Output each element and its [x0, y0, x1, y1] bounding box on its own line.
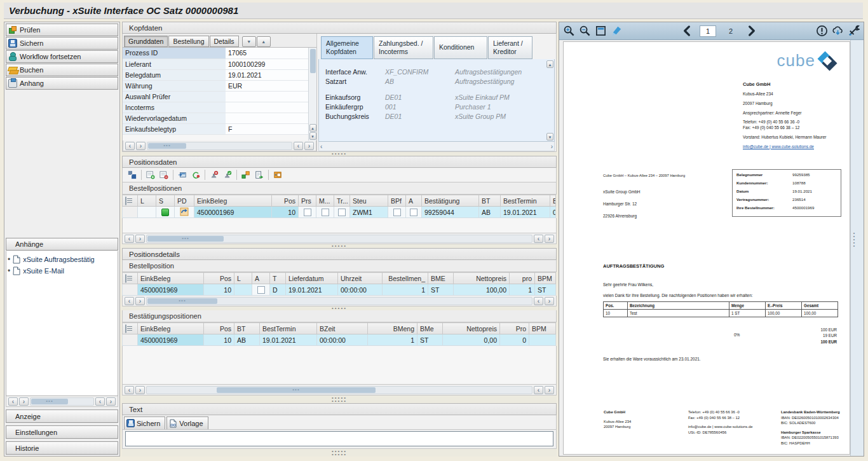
col-s[interactable]: S — [156, 195, 175, 207]
text-sichern-button[interactable]: Sichern — [124, 416, 165, 429]
anhang-button[interactable]: Anhang — [6, 77, 118, 90]
cell-pos[interactable]: 10 — [204, 334, 234, 346]
cell-bzeit[interactable]: 00:00:0 — [550, 207, 556, 218]
tab-lieferant-kreditor[interactable]: Lieferant / Kreditor — [488, 36, 532, 59]
scroll-up-icon[interactable]: ▲ — [546, 60, 553, 68]
cell-lieferdatum[interactable]: 19.01.2021 — [286, 284, 338, 296]
scroll-up-icon[interactable]: ▲ — [309, 124, 316, 132]
checkbox-icon[interactable] — [410, 209, 417, 216]
previous-page-icon[interactable] — [681, 25, 693, 37]
cell-bt[interactable]: AB — [234, 334, 260, 346]
cell-nettopreis[interactable]: 0,00 — [443, 334, 500, 346]
col-bt[interactable]: BT — [479, 195, 501, 207]
scroll-left-icon[interactable]: ‹ — [534, 297, 543, 305]
cell-bestaetigung[interactable]: 99259044 — [422, 207, 479, 218]
text-input[interactable] — [125, 431, 553, 446]
scroll-right-icon[interactable]: › — [106, 397, 116, 406]
kv-row-lieferant[interactable]: Lieferant1000100299 — [123, 58, 308, 69]
cell-status[interactable] — [156, 207, 175, 218]
scroll-right-icon[interactable]: › — [135, 297, 145, 305]
pruefen-button[interactable]: Prüfen — [6, 24, 118, 36]
col-einkbeleg[interactable]: EinkBeleg — [138, 323, 204, 334]
col-bme[interactable]: BMe — [417, 323, 443, 334]
forward-document-icon[interactable] — [254, 169, 265, 181]
cell-bzeit[interactable]: 00:00:00 — [317, 334, 368, 346]
scroll-right-icon[interactable]: › — [545, 386, 554, 394]
scroll-right-icon[interactable]: › — [545, 297, 554, 305]
col-einkbeleg[interactable]: EinkBeleg — [138, 273, 204, 284]
pane-splitter[interactable]: •••••••••• — [122, 396, 557, 403]
cell-bpm[interactable] — [529, 334, 556, 346]
buchen-button[interactable]: Buchen — [6, 64, 118, 76]
scroll-left-icon[interactable]: ‹ — [125, 235, 134, 243]
scroll-left-icon[interactable]: ‹ — [534, 235, 543, 243]
tab-details[interactable]: Details — [210, 36, 239, 47]
col-besttermin[interactable]: BestTermin — [501, 195, 550, 207]
tab-bestellung[interactable]: Bestellung — [168, 36, 208, 47]
scroll-left-icon[interactable]: ‹ — [125, 297, 134, 305]
col-l[interactable]: L — [138, 195, 156, 207]
col-bmeng[interactable]: BMeng — [368, 323, 417, 334]
attachment-item-auftragsbestaetigung[interactable]: • xSuite Auftragsbestätig — [8, 255, 116, 264]
warning-info-icon[interactable] — [816, 25, 828, 37]
select-all-header[interactable] — [123, 273, 138, 284]
scroll-right-icon[interactable]: › — [19, 397, 29, 406]
kv-row-auswahl-pruefer[interactable]: Auswahl Prüfer — [123, 91, 308, 102]
table-row[interactable]: 4500001969 10 AB 19.01.2021 00:00:00 1 S… — [123, 334, 556, 346]
kv-row-einkaufsbelegtyp[interactable]: EinkaufsbelegtypF — [123, 123, 308, 134]
cell-a-checkbox[interactable] — [252, 284, 270, 296]
col-a[interactable]: A — [406, 195, 422, 207]
row-selector[interactable] — [123, 207, 138, 218]
col-bt[interactable]: BT — [234, 323, 260, 334]
row-selector[interactable] — [123, 284, 138, 296]
scroll-down-icon[interactable]: ▼ — [546, 133, 553, 141]
copy-position-icon[interactable] — [177, 169, 188, 181]
highlighter-icon[interactable] — [611, 25, 623, 37]
kopfdaten-vertical-scrollbar[interactable]: ▲ ▼ — [308, 48, 316, 141]
historie-button[interactable]: Historie — [6, 441, 118, 455]
col-pos[interactable]: Pos — [204, 273, 234, 284]
checkbox-icon[interactable] — [257, 286, 265, 294]
sichern-button[interactable]: Sichern — [6, 37, 118, 50]
cell-bmeng[interactable]: 1 — [368, 334, 417, 346]
cell-bpm[interactable]: ST — [535, 284, 556, 296]
col-bestellmenge[interactable]: Bestellmen_ — [383, 273, 428, 284]
cell-l[interactable] — [138, 207, 156, 218]
pane-splitter[interactable]: •••••••••• — [122, 449, 557, 457]
col-m[interactable]: M... — [316, 195, 334, 207]
table-row[interactable]: 4500001969 10 ZWM1 99259044 AB 19.01.202… — [123, 207, 556, 218]
cell-besttermin[interactable]: 19.01.2021 — [501, 207, 550, 218]
kv-row-prozess-id[interactable]: Prozess ID17065 — [123, 48, 308, 58]
cell-pos[interactable]: 10 — [204, 284, 234, 296]
row-selector[interactable] — [123, 334, 138, 346]
table-row[interactable]: 4500001969 10 D 19.01.2021 00:00:00 1 ST… — [123, 284, 556, 296]
bestellpositionen-scrollbar[interactable]: ‹ › ••• ‹ › — [122, 233, 557, 244]
workflow-step-icon[interactable] — [240, 169, 252, 181]
insert-row-icon[interactable] — [145, 169, 156, 181]
cell-prs-checkbox[interactable] — [299, 207, 316, 218]
viewer-vertical-scrollbar[interactable]: ••••• — [850, 40, 864, 456]
col-tr[interactable]: Tr... — [334, 195, 350, 207]
col-besttermin[interactable]: BestTermin — [260, 323, 317, 334]
cell-bt[interactable]: AB — [479, 207, 501, 218]
tab-grunddaten[interactable]: Grunddaten — [124, 36, 168, 47]
col-bzeit[interactable]: BZeit — [317, 323, 368, 334]
scroll-left-icon[interactable]: ‹ — [294, 142, 303, 150]
current-page-input[interactable]: 1 — [700, 25, 716, 37]
cell-bme[interactable]: ST — [417, 334, 443, 346]
cell-bpf-checkbox[interactable] — [388, 207, 406, 218]
col-pd[interactable]: PD — [175, 195, 194, 207]
approve-icon[interactable] — [222, 169, 233, 181]
col-prs[interactable]: Prs — [299, 195, 316, 207]
scroll-left-icon[interactable]: ‹ — [125, 386, 134, 394]
cell-bestellmenge[interactable]: 1 — [383, 284, 428, 296]
cell-a-checkbox[interactable] — [406, 207, 422, 218]
chevron-down-icon[interactable]: ▼ — [242, 36, 256, 47]
delete-row-icon[interactable] — [158, 169, 170, 181]
col-pos[interactable]: Pos — [272, 195, 299, 207]
cell-t[interactable]: D — [270, 284, 286, 296]
col-bpm[interactable]: BPM — [535, 273, 556, 284]
detail-vertical-scrollbar[interactable]: ▲ ▼ — [546, 59, 554, 141]
scroll-right-icon[interactable]: › — [135, 235, 145, 243]
scroll-right-icon[interactable]: › — [136, 142, 146, 150]
